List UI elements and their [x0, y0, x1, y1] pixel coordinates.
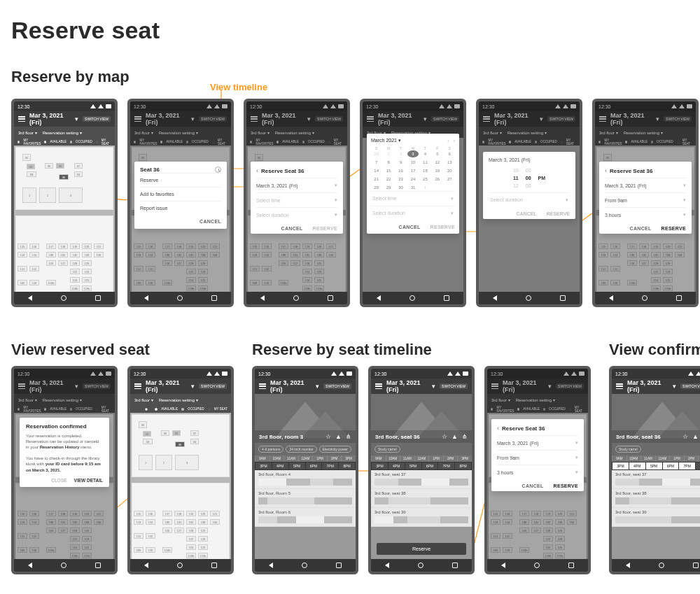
seat[interactable]: 119 [70, 243, 80, 249]
reserve-button[interactable]: RESERVE [313, 226, 337, 231]
seat[interactable]: 114 [29, 252, 39, 257]
hour-button[interactable]: 5PM [405, 462, 421, 469]
field-time[interactable]: Select time▾ [371, 191, 455, 206]
seat[interactable]: 1 [139, 455, 153, 470]
seat[interactable]: 118b [186, 553, 196, 558]
hour-button[interactable]: 3PM [612, 462, 629, 469]
seat[interactable]: 125 [82, 277, 92, 283]
seat[interactable]: 116b [46, 280, 56, 285]
calendar-days[interactable]: 2812345678910111213141516171819202122232… [371, 150, 455, 191]
seat[interactable]: 129 [198, 528, 208, 533]
seat[interactable]: 109 [134, 547, 144, 553]
field-date[interactable]: March 3, 2021 (Fri)▾ [497, 435, 578, 450]
seat[interactable]: 126 [162, 528, 172, 533]
seat[interactable]: 109 [18, 280, 27, 285]
seat[interactable]: 125 [198, 544, 208, 550]
seat[interactable]: 134 [210, 519, 220, 525]
seat[interactable]: 113 [18, 252, 27, 257]
star-icon[interactable]: ☆ [682, 433, 688, 440]
switch-view-button[interactable]: SWITCH VIEW [83, 116, 111, 122]
view-detail-button[interactable]: VIEW DETAIL [74, 478, 103, 483]
seat[interactable]: 118b [70, 285, 80, 291]
nav-home-icon[interactable] [61, 295, 66, 301]
seat[interactable]: 124 [70, 277, 80, 283]
seat[interactable]: 117 [46, 243, 56, 249]
chip[interactable]: 4-6 persons [258, 446, 284, 453]
timeline-hour-buttons[interactable]: 3PM4PM5PM6PM7PM8PM [255, 462, 356, 470]
seat[interactable]: 116 [29, 243, 39, 249]
seat[interactable]: 2 [39, 188, 56, 203]
cal-prev-icon[interactable]: ‹ [447, 139, 449, 143]
seat[interactable]: 37 [190, 430, 199, 436]
seat[interactable]: 112 [146, 533, 155, 539]
hour-button[interactable]: 8PM [696, 462, 700, 469]
star-icon[interactable]: ☆ [326, 433, 331, 440]
seat[interactable]: 3 [175, 455, 199, 470]
field-time[interactable]: Select time▾ [256, 192, 337, 207]
seat[interactable]: 119b [82, 285, 92, 291]
back-icon[interactable]: ‹ [256, 167, 258, 174]
seat[interactable]: 115 [18, 243, 27, 249]
seat[interactable]: 124 [186, 544, 196, 550]
reserve-button[interactable]: RESERVE [662, 226, 686, 231]
seat[interactable]: 122 [70, 269, 80, 274]
seat[interactable]: 39 [161, 430, 169, 436]
hour-button[interactable]: 5PM [646, 462, 662, 469]
seat[interactable]: 129 [82, 260, 92, 266]
action-reserve[interactable]: Reserve [140, 173, 221, 187]
cancel-button[interactable]: CANCEL [281, 226, 303, 231]
seat[interactable]: 111 [134, 533, 144, 539]
filter-floor[interactable]: 3rd floor [18, 130, 37, 135]
seat[interactable]: 1 [22, 188, 36, 203]
seat[interactable]: 34 [74, 171, 83, 177]
seat[interactable]: 35 [22, 154, 31, 161]
hour-button[interactable]: 3PM [255, 462, 272, 469]
field-date[interactable]: March 3, 2021 (Fri)▾ [605, 178, 686, 192]
seat[interactable]: 120 [198, 511, 208, 516]
cal-next-icon[interactable]: › [454, 139, 455, 143]
field-date[interactable]: March 3, 2021 (Fri)▾ [256, 178, 337, 192]
hour-button[interactable]: 4PM [272, 462, 288, 469]
reserve-button[interactable]: RESERVE [547, 211, 570, 216]
seat[interactable]: 119 [186, 511, 196, 516]
seat-my[interactable]: 36 [59, 174, 69, 180]
chip[interactable]: Electricity power [319, 446, 351, 453]
hour-button[interactable]: 5PM [289, 462, 305, 469]
seat[interactable]: 119b [198, 553, 208, 558]
cancel-button[interactable]: CANCEL [200, 219, 221, 224]
field-time[interactable]: From 9am▾ [497, 450, 578, 465]
share-icon[interactable]: ⋔ [346, 433, 351, 440]
nav-back-icon[interactable] [28, 295, 32, 301]
reserve-button[interactable]: RESERVE [430, 225, 455, 229]
field-duration[interactable]: Select duration▾ [371, 206, 455, 220]
hour-button[interactable]: 4PM [629, 462, 645, 469]
seat[interactable]: 111 [18, 266, 27, 271]
chip[interactable]: Study carrel [615, 446, 641, 453]
seat[interactable]: 117 [162, 511, 172, 516]
seat[interactable]: 110 [29, 280, 39, 285]
seat[interactable]: 121 [94, 243, 104, 249]
seat[interactable]: 3 [59, 188, 83, 203]
seat[interactable]: 38 [172, 430, 181, 436]
chip[interactable]: 24 inch monitor [286, 446, 316, 453]
seat-map[interactable]: 3540393837333634123115116117118119120121… [14, 146, 115, 302]
seat[interactable]: 130 [162, 519, 172, 525]
seat[interactable]: 116b [162, 547, 172, 553]
seat[interactable]: 112 [29, 266, 39, 271]
seat[interactable]: 33 [143, 439, 153, 444]
seat[interactable]: 38 [56, 163, 64, 169]
seat-my[interactable]: 36 [175, 441, 185, 447]
seat[interactable]: 39 [45, 163, 53, 169]
calendar-month[interactable]: March 2021 ▾ [371, 138, 401, 143]
seat[interactable]: 33 [27, 171, 36, 177]
header-date[interactable]: Mar 3, 2021 (Fri) [29, 112, 71, 126]
reserve-snackbar[interactable]: Reserve [377, 543, 466, 555]
field-duration[interactable]: Select duration▾ [256, 207, 337, 222]
seat[interactable]: 132 [186, 519, 196, 525]
seat[interactable]: 118 [174, 511, 184, 516]
seat[interactable]: 37 [74, 163, 83, 169]
field-duration[interactable]: 3 hours▾ [497, 465, 578, 479]
chevron-down-icon[interactable]: ▾ [75, 115, 78, 122]
field-duration[interactable]: Select duration▾ [489, 192, 570, 207]
seat[interactable]: 131 [58, 252, 68, 257]
